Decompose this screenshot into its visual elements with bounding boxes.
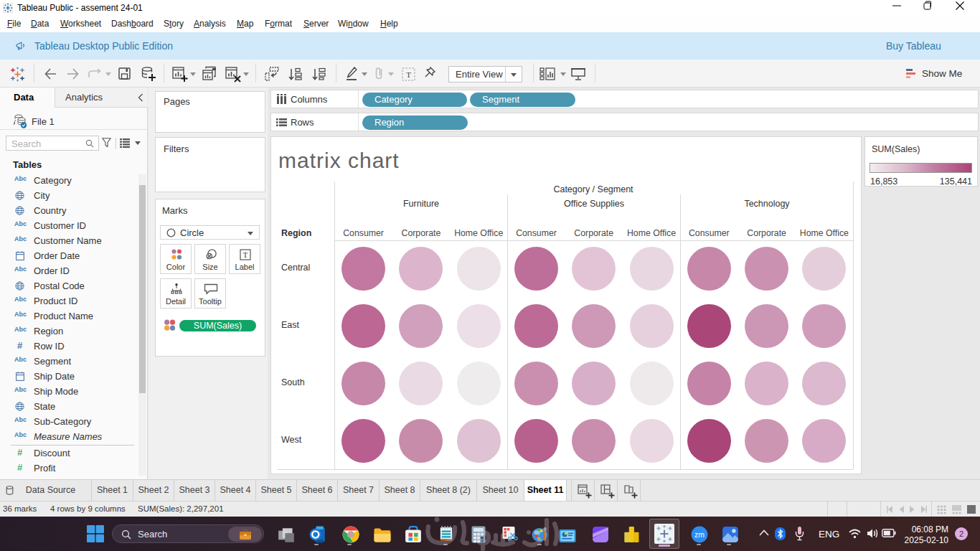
svg-text:T: T <box>243 251 248 259</box>
svg-text:T: T <box>406 70 411 79</box>
svg-text:zm: zm <box>694 531 705 539</box>
